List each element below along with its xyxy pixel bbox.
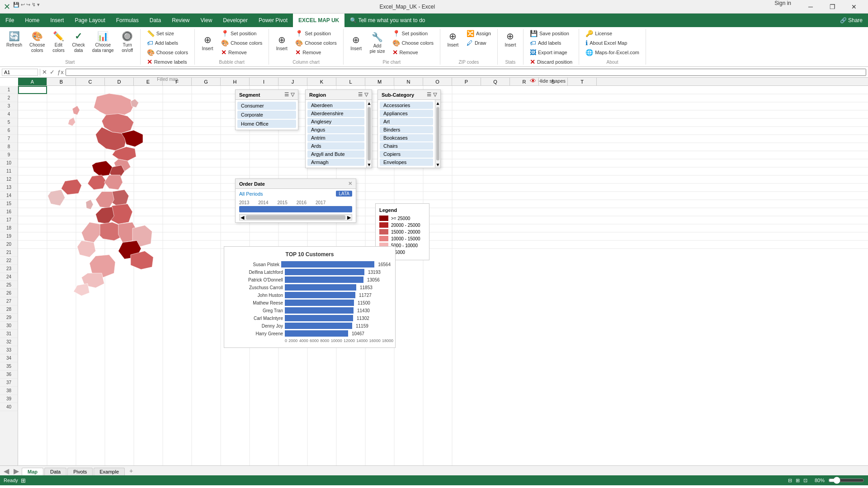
ribbon-pie-add-pie-size-button[interactable]: 🔧 Add pie size [367, 29, 388, 57]
tab-example[interactable]: Example [94, 468, 125, 475]
region-scrollbar[interactable]: ▲ ▼ [366, 100, 372, 168]
menu-page-layout[interactable]: Page Layout [69, 14, 110, 27]
row-num-5[interactable]: 5 [0, 118, 18, 127]
sub-category-item-7[interactable]: Envelopes [380, 159, 433, 166]
region-item-0[interactable]: Aberdeen [307, 102, 364, 109]
ribbon-bubble-set-position-button[interactable]: 📍 Set position [218, 29, 265, 38]
row-num-18[interactable]: 18 [0, 224, 18, 232]
region-item-5[interactable]: Ards [307, 142, 364, 150]
region-item-4[interactable]: Antrim [307, 134, 364, 141]
segment-sort-icon[interactable]: ▽ [291, 92, 294, 98]
tab-add-button[interactable]: + [126, 466, 137, 475]
row-num-9[interactable]: 9 [0, 151, 18, 159]
sub-category-scroll-up[interactable]: ▲ [435, 100, 440, 106]
menu-formulas[interactable]: Formulas [111, 14, 144, 27]
menu-insert[interactable]: Insert [45, 14, 69, 27]
ribbon-column-set-position-button[interactable]: 📍 Set position [292, 29, 339, 38]
row-num-3[interactable]: 3 [0, 102, 18, 110]
row-num-21[interactable]: 21 [0, 249, 18, 257]
row-num-39[interactable]: 39 [0, 395, 18, 403]
ribbon-pie-insert-button[interactable]: ⊕ Insert [347, 29, 365, 57]
sign-in[interactable]: Sign in [774, 0, 791, 14]
col-header-h[interactable]: H [221, 78, 250, 85]
row-num-22[interactable]: 22 [0, 257, 18, 265]
menu-power-pivot[interactable]: Power Pivot [253, 14, 293, 27]
ribbon-discard-position-button[interactable]: ✕ Discard position [527, 57, 575, 66]
row-num-2[interactable]: 2 [0, 94, 18, 102]
date-scroll-left[interactable]: ◀ [241, 215, 244, 221]
menu-file[interactable]: File [0, 14, 19, 27]
tab-data[interactable]: Data [44, 468, 66, 475]
row-num-37[interactable]: 37 [0, 379, 18, 387]
row-num-30[interactable]: 30 [0, 322, 18, 330]
region-sort-icon[interactable]: ▽ [364, 92, 368, 98]
menu-tell-me[interactable]: 🔍 Tell me what you want to do [344, 14, 430, 27]
row-num-14[interactable]: 14 [0, 192, 18, 200]
view-page-break-icon[interactable]: ⊡ [803, 478, 807, 483]
row-num-4[interactable]: 4 [0, 110, 18, 118]
view-normal-icon[interactable]: ⊟ [788, 478, 792, 483]
row-num-31[interactable]: 31 [0, 330, 18, 338]
col-header-b[interactable]: B [47, 78, 76, 85]
sub-category-item-3[interactable]: Binders [380, 126, 433, 133]
ribbon-bubble-insert-button[interactable]: ⊕ Insert [198, 29, 217, 57]
order-date-clear-icon[interactable]: ✕ [348, 181, 352, 187]
date-scroll-bar[interactable]: ◀ ▶ [239, 214, 352, 221]
ribbon-column-remove-button[interactable]: ✕ Remove [292, 48, 339, 57]
ribbon-add-labels-button[interactable]: 🏷 Add labels [144, 38, 191, 47]
ribbon-pie-remove-button[interactable]: ✕ Remove [390, 48, 436, 57]
col-header-p[interactable]: P [452, 78, 481, 85]
minimize-button[interactable]: ─ [800, 0, 821, 14]
formula-function-icon[interactable]: ƒx [57, 69, 64, 75]
sub-category-sort-icon[interactable]: ▽ [433, 92, 437, 98]
tab-map[interactable]: Map [22, 468, 43, 475]
sub-category-item-0[interactable]: Accessories [380, 102, 433, 109]
ribbon-export-image-button[interactable]: 🖼 Export image [527, 48, 575, 57]
row-num-11[interactable]: 11 [0, 167, 18, 175]
ribbon-zip-draw-button[interactable]: 🖊 Draw [464, 38, 494, 47]
row-num-8[interactable]: 8 [0, 143, 18, 151]
region-item-6[interactable]: Argyll and Bute [307, 150, 364, 158]
col-header-c[interactable]: C [76, 78, 105, 85]
segment-item-consumer[interactable]: Consumer [237, 102, 296, 110]
segment-item-corporate[interactable]: Corporate [237, 111, 296, 119]
ribbon-remove-labels-filled-button[interactable]: ✕ Remove labels [144, 57, 191, 66]
region-scroll-up[interactable]: ▲ [367, 100, 372, 106]
sub-category-filter-icon[interactable]: ☰ [427, 92, 431, 98]
ribbon-choose-data-range-button[interactable]: 📊 Choose data range [90, 29, 117, 55]
ribbon-column-insert-button[interactable]: ⊕ Insert [273, 29, 291, 57]
row-num-15[interactable]: 15 [0, 200, 18, 208]
row-num-26[interactable]: 26 [0, 289, 18, 297]
ribbon-save-position-button[interactable]: 💾 Save position [527, 29, 575, 38]
ribbon-set-size-button[interactable]: 📏 Set size [144, 29, 191, 38]
segment-filter-icon[interactable]: ☰ [284, 92, 289, 98]
menu-excel-map-uk[interactable]: EXCEL MAP UK [293, 14, 344, 27]
formula-input[interactable] [66, 69, 866, 76]
ribbon-edit-colors-button[interactable]: ✏️ Edit colors [49, 29, 67, 55]
col-header-d[interactable]: D [105, 78, 134, 85]
zoom-slider[interactable] [828, 477, 864, 484]
tab-scroll-right[interactable]: ▶ [12, 467, 21, 475]
row-num-38[interactable]: 38 [0, 387, 18, 395]
tab-pivots[interactable]: Pivots [67, 468, 93, 475]
row-num-23[interactable]: 23 [0, 265, 18, 273]
name-box[interactable] [2, 69, 38, 76]
row-num-7[interactable]: 7 [0, 135, 18, 143]
row-num-13[interactable]: 13 [0, 183, 18, 192]
sub-category-scrollbar[interactable]: ▲ ▼ [435, 100, 440, 168]
row-num-32[interactable]: 32 [0, 338, 18, 346]
sub-category-item-6[interactable]: Copiers [380, 150, 433, 158]
row-num-29[interactable]: 29 [0, 314, 18, 322]
ribbon-refresh-button[interactable]: 🔄 Refresh [4, 29, 25, 50]
row-num-40[interactable]: 40 [0, 403, 18, 411]
formula-confirm-icon[interactable]: ✓ [50, 69, 55, 75]
col-header-o[interactable]: O [423, 78, 452, 85]
col-header-m[interactable]: M [365, 78, 394, 85]
row-num-17[interactable]: 17 [0, 216, 18, 224]
menu-review[interactable]: Review [166, 14, 195, 27]
ribbon-zip-insert-button[interactable]: ⊕ Insert [444, 29, 462, 50]
menu-share[interactable]: 🔗 Share [835, 14, 868, 27]
tab-scroll-left[interactable]: ◀ [2, 467, 11, 475]
ribbon-pie-set-position-button[interactable]: 📍 Set position [390, 29, 436, 38]
row-num-36[interactable]: 36 [0, 371, 18, 379]
